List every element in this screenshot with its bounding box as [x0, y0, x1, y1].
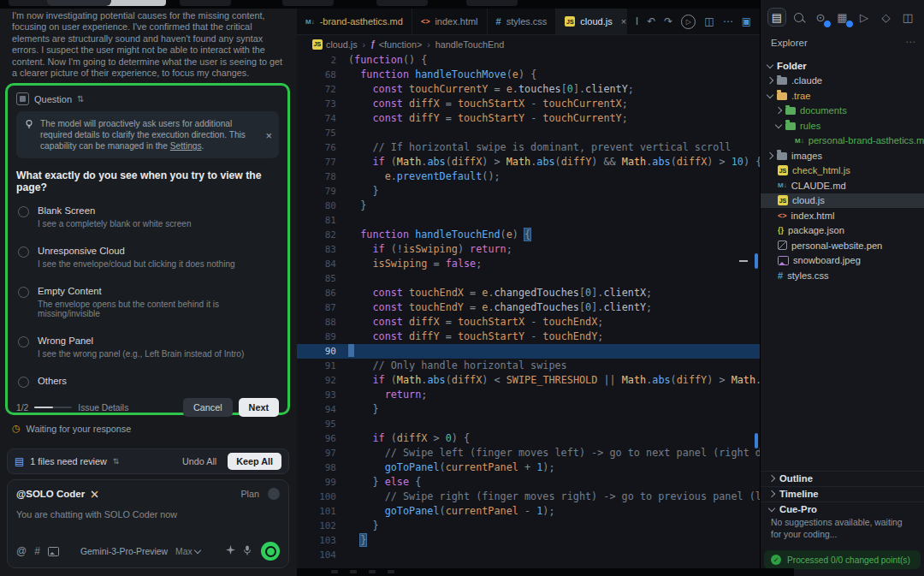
undo-icon[interactable]: ↶: [647, 15, 655, 27]
explorer-icon[interactable]: ▤: [767, 8, 786, 27]
line-number[interactable]: 98: [297, 460, 348, 475]
line-number[interactable]: 87: [297, 300, 348, 315]
file-package-json[interactable]: {}package.json: [761, 223, 924, 239]
settings-link[interactable]: Settings: [170, 141, 202, 151]
extensions-icon[interactable]: ▦: [833, 8, 852, 27]
line-content[interactable]: const diffX = touchStartX - touchEndX;: [348, 315, 760, 330]
tree-root-folder[interactable]: Folder: [761, 58, 924, 74]
option-unresponsive-cloud[interactable]: Unresponsive CloudI see the envelope/clo…: [16, 237, 279, 277]
code-line-92[interactable]: 92 if (Math.abs(diffX) < SWIPE_THRESHOLD…: [297, 373, 760, 388]
code-line-90[interactable]: 90: [297, 344, 760, 359]
scrollbar-change-marker[interactable]: [755, 433, 758, 448]
plan-toggle[interactable]: [268, 488, 280, 500]
line-number[interactable]: 84: [297, 257, 348, 271]
test-icon[interactable]: ◇: [877, 8, 896, 27]
line-content[interactable]: [348, 344, 760, 359]
toolbar-item[interactable]: [282, 0, 334, 6]
remote-icon[interactable]: ◫: [898, 8, 917, 27]
line-number[interactable]: 95: [297, 417, 348, 431]
line-content[interactable]: if (Math.abs(diffX) < SWIPE_THRESHOLD ||…: [348, 373, 760, 388]
code-line-99[interactable]: 99 } else {: [297, 475, 760, 490]
line-content[interactable]: }: [348, 402, 760, 417]
line-content[interactable]: } else {: [348, 475, 760, 490]
line-number[interactable]: 101: [297, 504, 348, 519]
line-number[interactable]: 81: [297, 213, 348, 228]
cancel-button[interactable]: Cancel: [183, 398, 233, 417]
keep-all-button[interactable]: Keep All: [228, 453, 281, 470]
line-content[interactable]: const diffY = touchStartY - touchCurrent…: [348, 111, 760, 126]
folder-images[interactable]: images: [761, 148, 924, 163]
line-content[interactable]: // Swipe right (finger moves right) -> g…: [348, 490, 760, 504]
toolbar-item[interactable]: [466, 0, 518, 6]
line-number[interactable]: 100: [297, 490, 348, 504]
code-line-101[interactable]: 101 goToPanel(currentPanel - 1);: [297, 504, 760, 519]
code-line-102[interactable]: 102 }: [297, 519, 760, 533]
line-content[interactable]: }: [348, 184, 760, 199]
code-line-94[interactable]: 94 }: [297, 402, 760, 417]
outline-section[interactable]: Outline: [761, 471, 924, 485]
line-number[interactable]: 79: [297, 184, 348, 199]
line-number[interactable]: 82: [297, 228, 348, 242]
max-mode-selector[interactable]: Max: [175, 547, 200, 556]
column-select-icon[interactable]: Ⅰ: [636, 15, 639, 27]
line-number[interactable]: 80: [297, 199, 348, 213]
line-content[interactable]: goToPanel(currentPanel - 1);: [348, 504, 760, 519]
option-blank-screen[interactable]: Blank ScreenI see a completely blank or …: [16, 197, 279, 237]
line-number[interactable]: 97: [297, 446, 348, 460]
line-number[interactable]: 96: [297, 431, 348, 446]
line-number[interactable]: 86: [297, 286, 348, 300]
file-styles-css[interactable]: #styles.css: [761, 268, 924, 283]
run-debug-icon[interactable]: ▷: [855, 8, 874, 27]
line-content[interactable]: }: [348, 199, 760, 213]
line-number[interactable]: 104: [297, 548, 348, 562]
line-number[interactable]: 103: [297, 533, 348, 548]
cuepro-section[interactable]: Cue-Pro: [761, 502, 924, 516]
line-content[interactable]: if (!isSwiping) return;: [348, 242, 760, 257]
line-content[interactable]: // If horizontal swipe is dominant, prev…: [348, 140, 760, 155]
line-number[interactable]: 83: [297, 242, 348, 257]
code-line-72[interactable]: 72 const touchCurrentY = e.touches[0].cl…: [297, 82, 760, 97]
line-content[interactable]: const touchCurrentY = e.touches[0].clien…: [348, 82, 760, 97]
mic-icon[interactable]: [243, 545, 252, 558]
file-personal-brand-asthetics-m[interactable]: M↓personal-brand-asthetics.m: [761, 134, 924, 149]
code-line-81[interactable]: 81: [297, 213, 760, 228]
line-number[interactable]: 77: [297, 155, 348, 169]
expand-icon[interactable]: ⇅: [77, 94, 84, 104]
toolbar-item[interactable]: [376, 0, 428, 6]
line-number[interactable]: 99: [297, 475, 348, 490]
sparkle-icon[interactable]: [226, 545, 235, 557]
source-control-icon[interactable]: ⊙: [811, 8, 830, 27]
split-editor-icon[interactable]: ◫: [704, 15, 714, 27]
line-content[interactable]: const diffY = touchStartY - touchEndY;: [348, 330, 760, 344]
close-icon[interactable]: ×: [265, 129, 272, 140]
code-line-76[interactable]: 76 // If horizontal swipe is dominant, p…: [297, 140, 760, 155]
folder-trae[interactable]: .trae: [761, 88, 924, 104]
line-content[interactable]: if (Math.abs(diffX) > Math.abs(diffY) &&…: [348, 155, 760, 169]
close-tab-icon[interactable]: ×: [621, 16, 626, 27]
tab-index-html[interactable]: <>index.html: [412, 9, 488, 34]
code-line-100[interactable]: 100 // Swipe right (finger moves right) …: [297, 490, 760, 504]
code-line-93[interactable]: 93 return;: [297, 388, 760, 402]
more-actions-icon[interactable]: ⋯: [723, 15, 733, 27]
option-wrong-panel[interactable]: Wrong PanelI see the wrong panel (e.g., …: [16, 327, 279, 367]
line-content[interactable]: e.preventDefault();: [348, 169, 760, 184]
record-send-button[interactable]: [261, 542, 280, 561]
code-line-73[interactable]: 73 const diffX = touchStartX - touchCurr…: [297, 97, 760, 111]
code-line-95[interactable]: 95: [297, 417, 760, 431]
line-content[interactable]: function handleTouchEnd(e) {: [348, 228, 760, 242]
radio-icon[interactable]: [18, 287, 29, 298]
code-line-97[interactable]: 97 // Swipe left (finger moves left) -> …: [297, 446, 760, 460]
chat-header-toggle[interactable]: [47, 0, 111, 6]
folder-rules[interactable]: rules: [761, 118, 924, 134]
option-others[interactable]: Others: [16, 367, 279, 398]
line-number[interactable]: 76: [297, 140, 348, 155]
tab-styles-css[interactable]: #styles.css: [488, 9, 557, 34]
code-line-74[interactable]: 74 const diffY = touchStartY - touchCurr…: [297, 111, 760, 126]
line-content[interactable]: [348, 417, 760, 431]
line-content[interactable]: [348, 126, 760, 140]
search-icon[interactable]: [790, 8, 808, 27]
line-content[interactable]: [348, 271, 760, 286]
line-number[interactable]: 92: [297, 373, 348, 388]
line-number[interactable]: 2: [297, 53, 348, 68]
code-line-85[interactable]: 85: [297, 271, 760, 286]
